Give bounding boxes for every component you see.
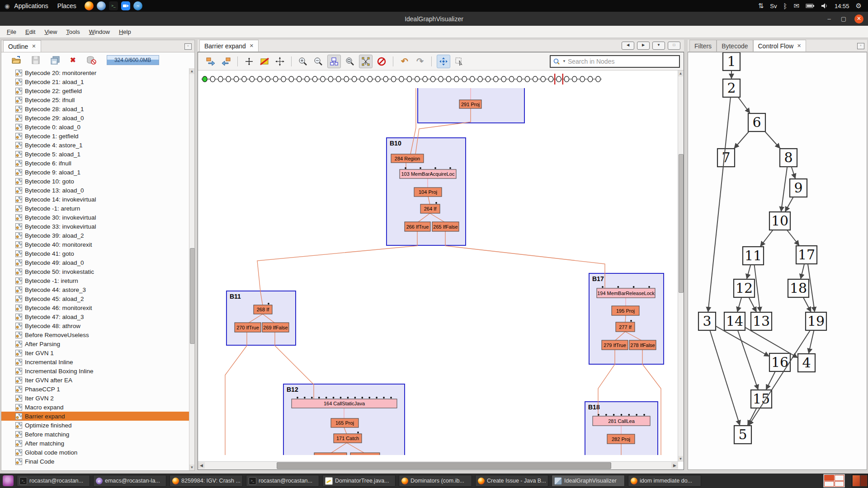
taskbar-item-1[interactable]: eemacs@rocastan-la... xyxy=(93,475,166,487)
tab-scroll-left-button[interactable]: ◀ xyxy=(622,42,634,50)
terminal-icon[interactable]: >_ xyxy=(109,1,118,10)
tree-item-bytecode-10-goto[interactable]: Bytecode 10: goto xyxy=(1,177,189,186)
tree-item-bytecode-1-getfield[interactable]: Bytecode 1: getfield xyxy=(1,131,189,141)
graph-block-B17[interactable] xyxy=(589,273,664,364)
selection-mode-button[interactable] xyxy=(453,55,466,68)
timeline-phase-dot[interactable] xyxy=(305,76,309,82)
window-list-icon[interactable] xyxy=(3,475,14,486)
clock[interactable]: 14:55 xyxy=(835,3,849,9)
panel-minimize-icon[interactable]: ▫ xyxy=(857,43,864,49)
workspace-switcher[interactable] xyxy=(852,474,868,487)
expand-diff-button[interactable] xyxy=(359,55,373,68)
taskbar-item-6[interactable]: Create Issue - Java B... xyxy=(475,475,548,487)
graph-vertical-scrollbar[interactable]: ▲ ▼ xyxy=(678,70,684,462)
maximize-button[interactable]: ▢ xyxy=(840,15,847,22)
tree-item-after-matching[interactable]: After matching xyxy=(1,439,189,448)
tree-item-bytecode-47-aload-3[interactable]: Bytecode 47: aload_3 xyxy=(1,312,189,321)
tree-item-macro-expand[interactable]: Macro expand xyxy=(1,403,189,412)
remove-graph-button[interactable]: ✖ xyxy=(70,56,76,64)
timeline-phase-dot[interactable] xyxy=(360,76,364,82)
scrollbar-thumb[interactable] xyxy=(679,154,684,293)
tab-outline[interactable]: Outline ✕ xyxy=(3,40,41,52)
zoom-out-button[interactable] xyxy=(312,55,325,68)
tree-item-bytecode-20-monitorenter[interactable]: Bytecode 20: monitorenter xyxy=(1,68,189,77)
timeline-phase-dot[interactable] xyxy=(439,76,443,82)
timeline-phase-dot[interactable] xyxy=(470,76,474,82)
outline-scrollbar[interactable]: ▲ ▼ xyxy=(189,68,194,470)
scrollbar-thumb[interactable] xyxy=(190,248,195,344)
graph-horizontal-scrollbar[interactable]: ◀ ▶ xyxy=(198,461,678,469)
tree-item-bytecode-6-ifnull[interactable]: Bytecode 6: ifnull xyxy=(1,159,189,168)
timeline-phase-dot[interactable] xyxy=(462,76,467,82)
timeline-phase-dot[interactable] xyxy=(226,76,231,82)
tree-item-bytecode-50-invokestatic[interactable]: Bytecode 50: invokestatic xyxy=(1,267,189,276)
timeline-phase-dot[interactable] xyxy=(383,76,388,82)
graph-canvas[interactable]: B10B11B12B17B18291 Proj284 Region103 Mem… xyxy=(198,88,678,462)
open-graph-button[interactable] xyxy=(11,56,21,65)
tree-item-bytecode-14-invokevirtual[interactable]: Bytecode 14: invokevirtual xyxy=(1,195,189,204)
stop-layout-button[interactable] xyxy=(375,55,388,68)
volume-icon[interactable] xyxy=(821,3,828,9)
tree-item-bytecode-5-aload-1[interactable]: Bytecode 5: aload_1 xyxy=(1,150,189,159)
timeline-phase-dot[interactable] xyxy=(486,76,490,82)
tree-item-bytecode-41-goto[interactable]: Bytecode 41: goto xyxy=(1,249,189,258)
timeline-phase-dot[interactable] xyxy=(258,76,262,82)
scroll-up-icon[interactable]: ▲ xyxy=(678,70,683,76)
tree-item-bytecode-44-astore-3[interactable]: Bytecode 44: astore_3 xyxy=(1,285,189,294)
search-input[interactable]: ▼ Search in Nodes xyxy=(550,55,680,68)
scroll-down-icon[interactable]: ▼ xyxy=(189,465,194,470)
timeline-phase-dot[interactable] xyxy=(391,76,396,82)
tree-item-bytecode-0-aload-0[interactable]: Bytecode 0: aload_0 xyxy=(1,122,189,131)
tree-item-bytecode-21-aload-1[interactable]: Bytecode 21: aload_1 xyxy=(1,77,189,86)
timeline-phase-dot[interactable] xyxy=(596,76,600,82)
tree-item-incremental-inline[interactable]: Incremental Inline xyxy=(1,357,189,366)
close-button[interactable]: ✕ xyxy=(854,14,863,23)
firefox-icon[interactable] xyxy=(85,1,94,10)
tree-item-bytecode-30-invokevirtual[interactable]: Bytecode 30: invokevirtual xyxy=(1,213,189,222)
timeline-phase-dot[interactable] xyxy=(557,76,561,82)
show-hierarchy-button[interactable] xyxy=(327,55,341,68)
scrollbar-thumb[interactable] xyxy=(277,462,611,469)
tab-bytecode[interactable]: Bytecode xyxy=(717,40,753,52)
tree-item-bytecode-48-athrow[interactable]: Bytecode 48: athrow xyxy=(1,321,189,330)
tab-scroll-right-button[interactable]: ▶ xyxy=(637,42,650,50)
timeline-phase-dot[interactable] xyxy=(242,76,246,82)
tree-item-before-matching[interactable]: Before matching xyxy=(1,430,189,439)
zoom-selection-button[interactable] xyxy=(344,55,356,68)
tree-item-bytecode-33-invokevirtual[interactable]: Bytecode 33: invokevirtual xyxy=(1,222,189,231)
timeline-phase-dot[interactable] xyxy=(328,76,333,82)
bluetooth-icon[interactable]: ᛒ xyxy=(783,2,787,10)
timeline-phase-dot[interactable] xyxy=(203,76,207,82)
save-all-button[interactable] xyxy=(50,56,60,65)
timeline-phase-dot[interactable] xyxy=(501,76,506,82)
tree-item-barrier-expand[interactable]: Barrier expand xyxy=(1,412,189,421)
timeline-phase-dot[interactable] xyxy=(572,76,577,82)
tree-item-bytecode-49-aload-0[interactable]: Bytecode 49: aload_0 xyxy=(1,258,189,267)
menu-file[interactable]: File xyxy=(3,27,20,37)
tree-item-final-code[interactable]: Final Code xyxy=(1,457,189,466)
panel-minimize-icon[interactable]: ▫ xyxy=(184,43,192,50)
timeline-phase-dot[interactable] xyxy=(564,76,569,82)
maximize-panel-button[interactable]: □ xyxy=(668,42,680,50)
overlap-nodes-button[interactable] xyxy=(243,55,255,68)
phase-timeline[interactable] xyxy=(198,70,678,88)
applications-menu[interactable]: Applications xyxy=(9,2,53,9)
tree-item-bytecode-28-aload-1[interactable]: Bytecode 28: aload_1 xyxy=(1,104,189,113)
timeline-phase-dot[interactable] xyxy=(415,76,420,82)
move-mode-button[interactable] xyxy=(274,55,286,68)
battery-icon[interactable] xyxy=(806,3,815,9)
tree-item-bytecode-40-monitorexit[interactable]: Bytecode 40: monitorexit xyxy=(1,240,189,249)
scroll-right-icon[interactable]: ▶ xyxy=(671,462,678,469)
undo-button[interactable]: ↶ xyxy=(398,55,411,68)
timeline-phase-dot[interactable] xyxy=(399,76,404,82)
menu-tools[interactable]: Tools xyxy=(62,27,84,37)
scroll-up-icon[interactable]: ▲ xyxy=(189,68,194,74)
taskbar-item-7[interactable]: IdealGraphVisualizer xyxy=(552,475,625,487)
timeline-phase-dot[interactable] xyxy=(509,76,514,82)
tree-item-global-code-motion[interactable]: Global code motion xyxy=(1,448,189,457)
timeline-phase-dot[interactable] xyxy=(548,76,553,82)
tree-item-after-parsing[interactable]: After Parsing xyxy=(1,339,189,348)
search-options-icon[interactable]: ▼ xyxy=(562,59,566,63)
timeline-phase-dot[interactable] xyxy=(446,76,451,82)
timeline-phase-dot[interactable] xyxy=(352,76,356,82)
